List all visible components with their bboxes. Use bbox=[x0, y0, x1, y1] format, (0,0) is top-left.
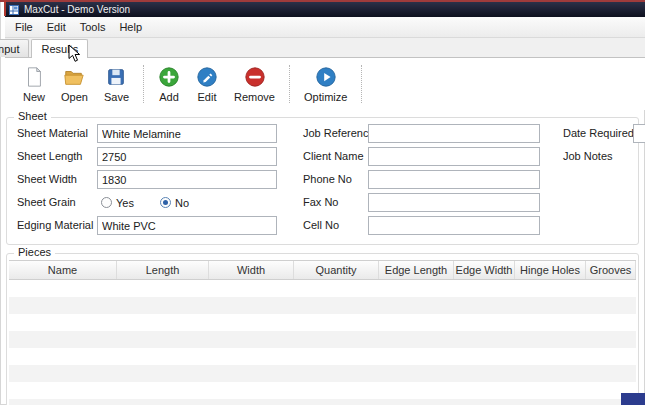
new-button[interactable]: New bbox=[15, 58, 53, 110]
fax-no-input[interactable] bbox=[368, 193, 540, 212]
phone-no-input[interactable] bbox=[368, 170, 540, 189]
open-button[interactable]: Open bbox=[53, 58, 96, 110]
table-row bbox=[9, 365, 636, 382]
optimize-button-label: Optimize bbox=[304, 91, 347, 103]
column-header-grooves[interactable]: Grooves bbox=[586, 261, 636, 279]
sheet-length-input[interactable] bbox=[97, 147, 277, 166]
fax-no-label: Fax No bbox=[303, 193, 338, 212]
table-row bbox=[9, 382, 636, 399]
optimize-icon bbox=[315, 66, 337, 88]
add-button-label: Add bbox=[159, 91, 179, 103]
table-row bbox=[9, 331, 636, 348]
column-header-quantity[interactable]: Quantity bbox=[294, 261, 379, 279]
table-row bbox=[9, 280, 636, 297]
add-icon bbox=[158, 66, 180, 88]
edit-button-label: Edit bbox=[198, 91, 217, 103]
date-required-label: Date Required bbox=[563, 124, 634, 143]
edging-material-label: Edging Material bbox=[17, 216, 93, 235]
menu-help[interactable]: Help bbox=[112, 19, 149, 35]
radio-circle-icon bbox=[160, 197, 171, 208]
app-icon[interactable] bbox=[9, 5, 19, 15]
table-row bbox=[9, 297, 636, 314]
optimize-button[interactable]: Optimize bbox=[296, 58, 355, 110]
open-folder-icon bbox=[63, 66, 85, 88]
column-header-edge-length[interactable]: Edge Length bbox=[379, 261, 454, 279]
table-row bbox=[9, 348, 636, 365]
cell-no-label: Cell No bbox=[303, 216, 339, 235]
screenshot-top-border bbox=[0, 0, 645, 2]
table-row bbox=[9, 399, 636, 405]
edit-button[interactable]: Edit bbox=[188, 58, 226, 110]
screenshot-left-border bbox=[4, 0, 6, 16]
pieces-table-body[interactable] bbox=[9, 280, 636, 405]
radio-circle-icon bbox=[101, 197, 112, 208]
toolbar: New Open Save Add Edit bbox=[5, 58, 645, 110]
menu-edit[interactable]: Edit bbox=[40, 19, 73, 35]
new-button-label: New bbox=[23, 91, 45, 103]
edging-material-input[interactable] bbox=[97, 216, 277, 235]
column-header-edge-width[interactable]: Edge Width bbox=[454, 261, 515, 279]
client-name-input[interactable] bbox=[368, 147, 540, 166]
toolbar-separator bbox=[143, 65, 144, 103]
job-reference-input[interactable] bbox=[368, 124, 540, 143]
sheet-group: Sheet Sheet Material Sheet Length Sheet … bbox=[6, 117, 639, 245]
toolbar-separator bbox=[361, 65, 362, 103]
job-reference-label: Job Reference bbox=[303, 124, 375, 143]
client-name-label: Client Name bbox=[303, 147, 364, 166]
edit-icon bbox=[196, 66, 218, 88]
column-header-length[interactable]: Length bbox=[117, 261, 209, 279]
sheet-material-input[interactable] bbox=[97, 124, 277, 143]
new-document-icon bbox=[23, 66, 45, 88]
save-button[interactable]: Save bbox=[96, 58, 137, 110]
tab-strip: Input Results bbox=[5, 38, 645, 58]
pieces-group-label: Pieces bbox=[14, 246, 55, 258]
table-row bbox=[9, 314, 636, 331]
column-header-hinge-holes[interactable]: Hinge Holes bbox=[515, 261, 586, 279]
remove-icon bbox=[244, 66, 266, 88]
tab-input[interactable]: Input bbox=[0, 39, 29, 57]
column-header-width[interactable]: Width bbox=[209, 261, 294, 279]
sheet-grain-radio-group: Yes No bbox=[101, 193, 189, 212]
cell-no-input[interactable] bbox=[368, 216, 540, 235]
sheet-length-label: Sheet Length bbox=[17, 147, 82, 166]
open-button-label: Open bbox=[61, 91, 88, 103]
window-title: MaxCut - Demo Version bbox=[24, 4, 130, 15]
sheet-grain-label: Sheet Grain bbox=[17, 193, 76, 212]
menu-tools[interactable]: Tools bbox=[73, 19, 113, 35]
add-button[interactable]: Add bbox=[150, 58, 188, 110]
pieces-group: Pieces Name Length Width Quantity Edge L… bbox=[6, 253, 639, 405]
toolbar-separator bbox=[289, 65, 290, 103]
remove-button-label: Remove bbox=[234, 91, 275, 103]
save-icon bbox=[105, 66, 127, 88]
sheet-grain-no-radio[interactable]: No bbox=[160, 197, 189, 209]
remove-button[interactable]: Remove bbox=[226, 58, 283, 110]
pieces-table: Name Length Width Quantity Edge Length E… bbox=[9, 260, 636, 405]
title-bar[interactable]: MaxCut - Demo Version bbox=[5, 2, 645, 17]
sheet-material-label: Sheet Material bbox=[17, 124, 88, 143]
sheet-group-label: Sheet bbox=[14, 110, 51, 122]
sheet-grain-no-label: No bbox=[175, 197, 189, 209]
mouse-cursor bbox=[68, 44, 81, 63]
background-window-corner bbox=[621, 393, 645, 405]
sheet-width-input[interactable] bbox=[97, 170, 277, 189]
sheet-width-label: Sheet Width bbox=[17, 170, 77, 189]
pieces-table-header: Name Length Width Quantity Edge Length E… bbox=[9, 260, 636, 280]
sheet-grain-yes-label: Yes bbox=[116, 197, 134, 209]
menu-file[interactable]: File bbox=[8, 19, 40, 35]
menu-bar: File Edit Tools Help bbox=[5, 17, 645, 38]
phone-no-label: Phone No bbox=[303, 170, 352, 189]
sheet-grain-yes-radio[interactable]: Yes bbox=[101, 197, 134, 209]
column-header-name[interactable]: Name bbox=[9, 261, 117, 279]
job-notes-label: Job Notes bbox=[563, 147, 613, 166]
date-required-input[interactable] bbox=[633, 124, 645, 143]
save-button-label: Save bbox=[104, 91, 129, 103]
